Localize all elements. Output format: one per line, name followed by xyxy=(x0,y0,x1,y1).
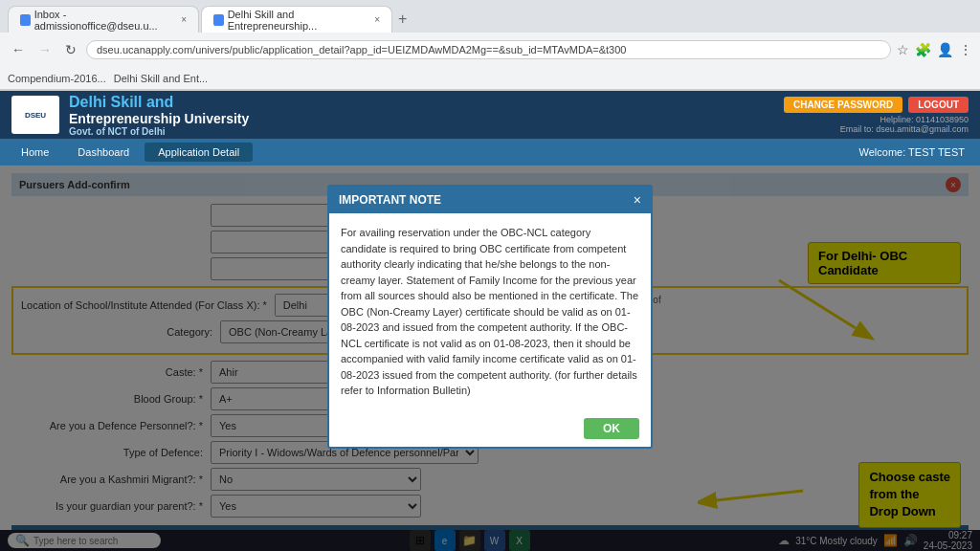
modal-header: IMPORTANT NOTE × xyxy=(329,187,651,213)
bookmarks-bar: Compendium-2016... Delhi Skill and Ent..… xyxy=(0,67,980,90)
bookmark-icon[interactable]: ☆ xyxy=(897,42,909,57)
logo-text: DSEU xyxy=(25,111,46,120)
refresh-button[interactable]: ↻ xyxy=(61,40,80,59)
uni-name-line3: Govt. of NCT of Delhi xyxy=(69,126,249,137)
nav-dashboard[interactable]: Dashboard xyxy=(64,143,143,162)
tab-bar: Inbox - admissionoffice@dseu.u... × Delh… xyxy=(0,0,980,33)
modal-body-text: For availing reservation under the OBC-N… xyxy=(341,225,639,399)
modal-close-button[interactable]: × xyxy=(634,192,641,208)
bookmark-dseu[interactable]: Delhi Skill and Ent... xyxy=(114,73,208,84)
back-button[interactable]: ← xyxy=(8,40,29,59)
nav-home[interactable]: Home xyxy=(8,143,62,162)
helpline-text: Helpline: 01141038950 xyxy=(840,115,969,124)
app-container: DSEU Delhi Skill and Entrepreneurship Un… xyxy=(0,91,980,551)
bookmark-dseu-label: Delhi Skill and Ent... xyxy=(114,73,208,84)
toolbar-icons: ☆ 🧩 👤 ⋮ xyxy=(897,42,972,57)
app-header: DSEU Delhi Skill and Entrepreneurship Un… xyxy=(0,91,980,139)
forward-button[interactable]: → xyxy=(34,40,56,59)
address-bar[interactable]: dseu.ucanapply.com/univers/public/applic… xyxy=(86,40,891,59)
tab-inbox[interactable]: Inbox - admissionoffice@dseu.u... × xyxy=(8,6,199,33)
dseu-logo: DSEU xyxy=(11,96,59,134)
header-info: Helpline: 01141038950 Email to: dseu.ami… xyxy=(840,115,969,134)
uni-name-line2: Entrepreneurship University xyxy=(69,111,249,126)
bookmark-compendium[interactable]: Compendium-2016... xyxy=(8,73,106,84)
extensions-icon[interactable]: 🧩 xyxy=(915,42,931,57)
nav-welcome: Welcome: TEST TEST xyxy=(859,146,972,158)
nav-items: Home Dashboard Application Detail xyxy=(8,143,253,162)
browser-chrome: Inbox - admissionoffice@dseu.u... × Delh… xyxy=(0,0,980,91)
profile-icon[interactable]: 👤 xyxy=(937,42,953,57)
tab-active[interactable]: Delhi Skill and Entrepreneurship... × xyxy=(201,6,392,33)
email-text: Email to: dseu.amitta@gmail.com xyxy=(840,124,969,134)
tab-close-inbox[interactable]: × xyxy=(181,14,187,25)
tab-inbox-label: Inbox - admissionoffice@dseu.u... xyxy=(34,9,175,32)
tab-active-label: Delhi Skill and Entrepreneurship... xyxy=(228,9,369,32)
nav-application-detail[interactable]: Application Detail xyxy=(145,143,253,162)
logout-button[interactable]: LOGOUT xyxy=(908,97,969,113)
address-text: dseu.ucanapply.com/univers/public/applic… xyxy=(97,44,626,55)
address-bar-row: ← → ↻ dseu.ucanapply.com/univers/public/… xyxy=(0,33,980,67)
modal-overlay: IMPORTANT NOTE × For availing reservatio… xyxy=(0,165,980,551)
menu-icon[interactable]: ⋮ xyxy=(959,42,972,57)
new-tab-button[interactable]: + xyxy=(394,7,411,32)
modal-footer: OK xyxy=(329,410,651,447)
modal-title: IMPORTANT NOTE xyxy=(339,193,441,207)
change-password-button[interactable]: CHANGE PASSWORD xyxy=(784,97,902,113)
header-buttons: CHANGE PASSWORD LOGOUT xyxy=(784,97,969,113)
modal-dialog: IMPORTANT NOTE × For availing reservatio… xyxy=(327,185,653,449)
main-content: Pursuers Add-confirm × xyxy=(0,165,980,551)
tab-active-favicon xyxy=(213,14,224,26)
tab-favicon xyxy=(20,14,31,26)
tab-close-active[interactable]: × xyxy=(374,14,380,25)
uni-name-line1: Delhi Skill and xyxy=(69,94,249,111)
bookmark-compendium-label: Compendium-2016... xyxy=(8,73,106,84)
app-nav: Home Dashboard Application Detail Welcom… xyxy=(0,139,980,165)
header-left: DSEU Delhi Skill and Entrepreneurship Un… xyxy=(11,94,249,137)
modal-ok-button[interactable]: OK xyxy=(584,418,639,439)
modal-body: For availing reservation under the OBC-N… xyxy=(329,213,651,410)
header-title: Delhi Skill and Entrepreneurship Univers… xyxy=(69,94,249,137)
header-right: CHANGE PASSWORD LOGOUT Helpline: 0114103… xyxy=(784,97,969,134)
